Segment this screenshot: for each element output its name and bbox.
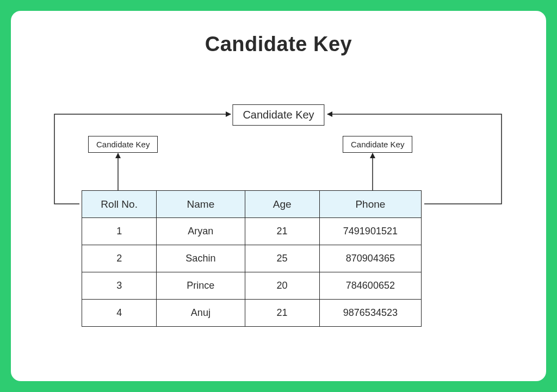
- table-row: 4 Anuj 21 9876534523: [82, 300, 422, 327]
- candidate-key-left-label: Candidate Key: [88, 136, 158, 153]
- candidate-key-top-label: Candidate Key: [232, 104, 324, 126]
- table-header-row: Roll No. Name Age Phone: [82, 191, 422, 218]
- student-table: Roll No. Name Age Phone 1 Aryan 21 74919…: [82, 190, 422, 327]
- col-header-age: Age: [245, 191, 319, 218]
- cell-phone: 784600652: [319, 272, 421, 300]
- cell-name: Aryan: [157, 218, 245, 245]
- col-header-phone: Phone: [319, 191, 421, 218]
- cell-roll: 4: [82, 300, 157, 327]
- cell-age: 20: [245, 272, 319, 300]
- table-row: 1 Aryan 21 7491901521: [82, 218, 422, 245]
- cell-age: 21: [245, 300, 319, 327]
- table-row: 2 Sachin 25 870904365: [82, 245, 422, 272]
- cell-name: Sachin: [157, 245, 245, 272]
- cell-roll: 1: [82, 218, 157, 245]
- cell-age: 25: [245, 245, 319, 272]
- cell-age: 21: [245, 218, 319, 245]
- page-title: Candidate Key: [11, 33, 546, 56]
- cell-roll: 3: [82, 272, 157, 300]
- col-header-name: Name: [157, 191, 245, 218]
- candidate-key-right-label: Candidate Key: [343, 136, 412, 153]
- cell-roll: 2: [82, 245, 157, 272]
- cell-phone: 870904365: [319, 245, 421, 272]
- cell-phone: 7491901521: [319, 218, 421, 245]
- cell-name: Anuj: [157, 300, 245, 327]
- diagram-canvas: Candidate Key Candidate Key Candidate Ke…: [11, 11, 546, 381]
- col-header-rollno: Roll No.: [82, 191, 157, 218]
- cell-name: Prince: [157, 272, 245, 300]
- table-row: 3 Prince 20 784600652: [82, 272, 422, 300]
- cell-phone: 9876534523: [319, 300, 421, 327]
